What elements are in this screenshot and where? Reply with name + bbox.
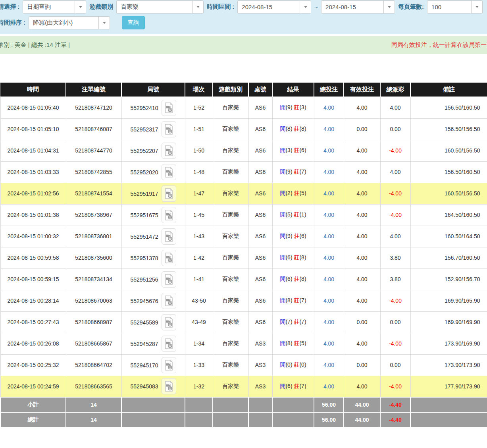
query-type-select[interactable]: 日期查詢 — [23, 0, 86, 14]
cell-time: 2024-08-15 01:03:33 — [0, 161, 66, 183]
banker-label: 莊 — [294, 126, 299, 132]
video-replay-button[interactable] — [162, 228, 176, 245]
table-row[interactable]: 2024-08-15 00:28:14521808670063552945676… — [0, 290, 487, 311]
bet-records-table: 時間 注單編號 局號 場次 遊戲類別 桌號 結果 總投注 有效投注 總派彩 備註… — [0, 83, 487, 428]
cell-total-bet: 4.00 — [314, 140, 344, 161]
date-to-select[interactable]: 2024-08-15 — [321, 0, 395, 14]
time-range-label: 時間區間 : — [207, 3, 234, 11]
cell-session: 1-42 — [185, 247, 213, 268]
total-bet-link[interactable]: 4.00 — [323, 319, 334, 325]
cell-note: 156.50/160.50 — [410, 161, 487, 183]
table-row[interactable]: 2024-08-15 01:02:56521808741554552951917… — [0, 183, 487, 204]
video-replay-icon — [164, 167, 173, 178]
player-label: 閒 — [280, 383, 285, 389]
per-page-select[interactable]: 100 — [427, 0, 483, 14]
cell-note: 152.90/156.70 — [410, 268, 487, 290]
cell-round-id: 552951472 — [121, 226, 185, 247]
header-time: 時間 — [0, 83, 66, 97]
round-id-value: 552945589 — [130, 319, 158, 325]
video-replay-button[interactable] — [162, 336, 176, 352]
chevron-down-icon — [383, 1, 395, 13]
total-bet-link[interactable]: 4.00 — [323, 104, 334, 111]
table-row[interactable]: 2024-08-15 00:25:32521808664702552945170… — [0, 354, 487, 376]
table-row[interactable]: 2024-08-15 00:27:43521808668987552945589… — [0, 311, 487, 333]
video-replay-button[interactable] — [162, 143, 176, 159]
video-replay-button[interactable] — [162, 378, 176, 394]
cell-table-no: AS6 — [248, 290, 272, 311]
cell-round-id: 552951675 — [121, 204, 185, 226]
cell-bet-id: 521808738967 — [66, 204, 121, 226]
video-replay-button[interactable] — [162, 271, 176, 288]
table-row[interactable]: 2024-08-15 00:59:15521808734134552951256… — [0, 268, 487, 290]
cell-result: 閒(9) 莊(7) — [272, 161, 314, 183]
table-row[interactable]: 2024-08-15 00:59:58521808735600552951378… — [0, 247, 487, 268]
video-replay-button[interactable] — [162, 250, 176, 266]
video-replay-icon — [164, 381, 173, 392]
cell-note: 156.50/160.50 — [410, 97, 487, 118]
video-replay-button[interactable] — [162, 164, 176, 180]
cell-game-category: 百家樂 — [213, 247, 248, 268]
cell-note: 177.90/173.90 — [410, 376, 487, 397]
player-label: 閒 — [280, 319, 285, 325]
cell-payout: -4.00 — [380, 333, 410, 354]
table-row[interactable]: 2024-08-15 01:00:32521808736801552951472… — [0, 226, 487, 247]
cell-time: 2024-08-15 00:59:58 — [0, 247, 66, 268]
total-bet-link[interactable]: 4.00 — [323, 147, 334, 154]
summary-label: 小計 — [0, 397, 66, 412]
video-replay-button[interactable] — [162, 207, 176, 223]
round-id-value: 552952020 — [130, 169, 158, 175]
video-replay-button[interactable] — [162, 357, 176, 373]
video-replay-button[interactable] — [162, 100, 176, 116]
total-bet-link[interactable]: 4.00 — [323, 362, 334, 368]
query-button[interactable]: 查詢 — [122, 16, 145, 29]
header-game-category: 遊戲類別 — [213, 83, 248, 97]
table-row[interactable]: 2024-08-15 01:01:38521808738967552951675… — [0, 204, 487, 226]
video-replay-button[interactable] — [162, 185, 176, 202]
video-replay-button[interactable] — [162, 314, 176, 330]
total-bet-link[interactable]: 4.00 — [323, 297, 334, 304]
total-bet-link[interactable]: 4.00 — [323, 212, 334, 218]
header-valid-bet: 有效投注 — [344, 83, 380, 97]
banker-label: 莊 — [294, 211, 299, 218]
summary-row: 總計1456.0044.00-4.40 — [0, 412, 487, 427]
video-replay-button[interactable] — [162, 293, 176, 309]
cell-bet-id: 521808742855 — [66, 161, 121, 183]
player-label: 閒 — [280, 297, 285, 303]
table-row[interactable]: 2024-08-15 01:04:31521808744770552952207… — [0, 140, 487, 161]
banker-label: 莊 — [294, 297, 299, 303]
video-replay-button[interactable] — [162, 121, 176, 137]
table-body: 2024-08-15 01:05:40521808747120552952410… — [0, 97, 487, 397]
total-bet-link[interactable]: 4.00 — [323, 255, 334, 261]
cell-bet-id: 521808744770 — [66, 140, 121, 161]
cell-table-no: AS6 — [248, 268, 272, 290]
cell-valid-bet: 4.00 — [344, 226, 380, 247]
cell-note: 173.90/169.90 — [410, 333, 487, 354]
total-bet-link[interactable]: 4.00 — [323, 340, 334, 347]
total-bet-link[interactable]: 4.00 — [323, 190, 334, 197]
table-row[interactable]: 2024-08-15 01:05:10521808746087552952317… — [0, 118, 487, 140]
total-bet-link[interactable]: 4.00 — [323, 169, 334, 175]
table-row[interactable]: 2024-08-15 00:24:59521808663565552945083… — [0, 376, 487, 397]
cell-bet-id: 521808734134 — [66, 268, 121, 290]
total-bet-link[interactable]: 4.00 — [323, 276, 334, 282]
cell-bet-id: 521808746087 — [66, 118, 121, 140]
cell-result: 閒(0) 莊(0) — [272, 354, 314, 376]
cell-time: 2024-08-15 00:25:32 — [0, 354, 66, 376]
date-from-select[interactable]: 2024-08-15 — [237, 0, 311, 14]
cell-note: 156.70/160.50 — [410, 247, 487, 268]
total-bet-link[interactable]: 4.00 — [323, 233, 334, 239]
cell-game-category: 百家樂 — [213, 226, 248, 247]
player-label: 閒 — [280, 211, 285, 218]
summary-valid-bet: 44.00 — [344, 412, 380, 427]
total-bet-link[interactable]: 4.00 — [323, 383, 334, 390]
time-sort-select[interactable]: 降冪(由大到小) — [29, 16, 110, 29]
cell-total-bet: 4.00 — [314, 161, 344, 183]
video-replay-icon — [164, 338, 173, 349]
table-row[interactable]: 2024-08-15 01:03:33521808742855552952020… — [0, 161, 487, 183]
total-bet-link[interactable]: 4.00 — [323, 126, 334, 132]
game-category-select[interactable]: 百家樂 — [116, 0, 204, 14]
summary-count: 14 — [66, 412, 121, 427]
table-row[interactable]: 2024-08-15 01:05:40521808747120552952410… — [0, 97, 487, 118]
header-total-bet: 總投注 — [314, 83, 344, 97]
table-row[interactable]: 2024-08-15 00:26:08521808665867552945287… — [0, 333, 487, 354]
